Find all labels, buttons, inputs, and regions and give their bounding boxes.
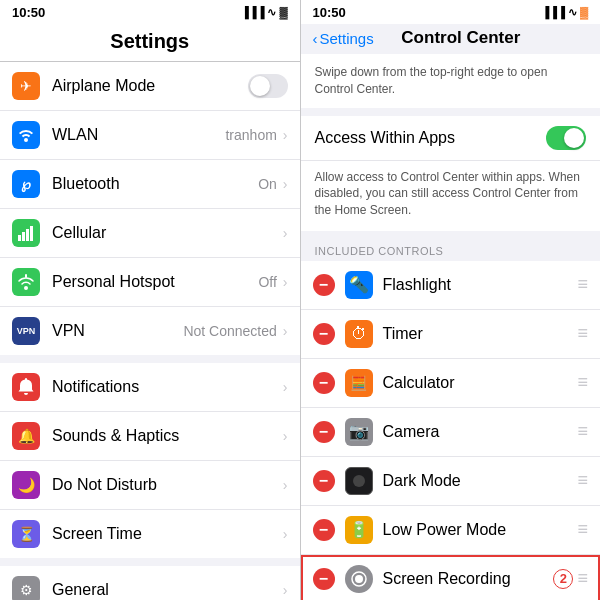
bluetooth-label: Bluetooth [52, 175, 258, 193]
bluetooth-item[interactable]: ℘ Bluetooth On › [0, 160, 300, 209]
svg-rect-1 [22, 232, 25, 241]
dnd-label: Do Not Disturb [52, 476, 281, 494]
nav-bar: ‹ Settings Control Center [301, 24, 601, 54]
screentime-item[interactable]: ⏳ Screen Time › [0, 510, 300, 558]
ctrl-flashlight[interactable]: − 🔦 Flashlight ≡ [301, 261, 601, 310]
bluetooth-chevron: › [283, 176, 288, 192]
notifications-label: Notifications [52, 378, 281, 396]
svg-rect-2 [26, 229, 29, 241]
remove-flashlight-btn[interactable]: − [313, 274, 335, 296]
wlan-value: tranhom [225, 127, 276, 143]
camera-label: Camera [383, 423, 574, 441]
screentime-icon: ⏳ [12, 520, 40, 548]
hotspot-chevron: › [283, 274, 288, 290]
included-controls-header: INCLUDED CONTROLS [301, 239, 601, 261]
right-panel-title: Control Center [374, 28, 548, 48]
screentime-chevron: › [283, 526, 288, 542]
ctrl-screenrecord[interactable]: − Screen Recording 2 ≡ [301, 555, 601, 600]
calculator-icon: 🧮 [345, 369, 373, 397]
status-icons-right: ▐▐▐ ∿ ▓ [542, 6, 588, 19]
left-panel: 10:50 ▐▐▐ ∿ ▓ Settings ✈ Airplane Mode W… [0, 0, 300, 600]
notifications-item[interactable]: Notifications › [0, 363, 300, 412]
bluetooth-icon: ℘ [12, 170, 40, 198]
hotspot-item[interactable]: Personal Hotspot Off › [0, 258, 300, 307]
dnd-item[interactable]: 🌙 Do Not Disturb › [0, 461, 300, 510]
timer-drag[interactable]: ≡ [577, 323, 588, 344]
flashlight-drag[interactable]: ≡ [577, 274, 588, 295]
wlan-icon [12, 121, 40, 149]
ctrl-darkmode[interactable]: − Dark Mode ≡ [301, 457, 601, 506]
remove-timer-btn[interactable]: − [313, 323, 335, 345]
flashlight-icon: 🔦 [345, 271, 373, 299]
ctrl-lowpower[interactable]: − 🔋 Low Power Mode ≡ [301, 506, 601, 555]
status-bar-left: 10:50 ▐▐▐ ∿ ▓ [0, 0, 300, 24]
right-panel-scroll: Swipe down from the top-right edge to op… [301, 54, 601, 600]
lowpower-drag[interactable]: ≡ [577, 519, 588, 540]
flashlight-label: Flashlight [383, 276, 574, 294]
vpn-item[interactable]: VPN VPN Not Connected › [0, 307, 300, 355]
cellular-item[interactable]: Cellular › [0, 209, 300, 258]
info-text: Swipe down from the top-right edge to op… [301, 54, 601, 108]
cellular-label: Cellular [52, 224, 281, 242]
remove-calculator-btn[interactable]: − [313, 372, 335, 394]
access-within-apps-row[interactable]: Access Within Apps [301, 116, 601, 161]
screenrecord-badge: 2 [553, 569, 573, 589]
dnd-icon: 🌙 [12, 471, 40, 499]
cellular-chevron: › [283, 225, 288, 241]
camera-drag[interactable]: ≡ [577, 421, 588, 442]
timer-label: Timer [383, 325, 574, 343]
wifi-icon: ∿ [267, 6, 276, 19]
access-toggle[interactable] [546, 126, 586, 150]
network-group: ✈ Airplane Mode WLAN tranhom › ℘ Bluetoo… [0, 62, 300, 355]
hotspot-label: Personal Hotspot [52, 273, 258, 291]
status-bar-right: 10:50 ▐▐▐ ∿ ▓ [301, 0, 601, 24]
vpn-label: VPN [52, 322, 183, 340]
airplane-mode-item[interactable]: ✈ Airplane Mode [0, 62, 300, 111]
cellular-icon [12, 219, 40, 247]
status-icons-left: ▐▐▐ ∿ ▓ [241, 6, 287, 19]
wlan-chevron: › [283, 127, 288, 143]
vpn-value: Not Connected [183, 323, 276, 339]
sounds-item[interactable]: 🔔 Sounds & Haptics › [0, 412, 300, 461]
notifications-chevron: › [283, 379, 288, 395]
access-within-apps-section: Access Within Apps Allow access to Contr… [301, 116, 601, 231]
remove-screenrecord-btn[interactable]: − [313, 568, 335, 590]
calculator-drag[interactable]: ≡ [577, 372, 588, 393]
ctrl-calculator[interactable]: − 🧮 Calculator ≡ [301, 359, 601, 408]
general-chevron: › [283, 582, 288, 598]
ctrl-camera[interactable]: − 📷 Camera ≡ [301, 408, 601, 457]
remove-lowpower-btn[interactable]: − [313, 519, 335, 541]
hotspot-value: Off [258, 274, 276, 290]
screenrecord-drag[interactable]: ≡ [577, 568, 588, 589]
svg-point-4 [24, 286, 28, 290]
camera-icon: 📷 [345, 418, 373, 446]
airplane-icon: ✈ [12, 72, 40, 100]
svg-rect-3 [30, 226, 33, 241]
remove-camera-btn[interactable]: − [313, 421, 335, 443]
back-button[interactable]: ‹ Settings [313, 30, 374, 47]
darkmode-icon [345, 467, 373, 495]
airplane-label: Airplane Mode [52, 77, 248, 95]
vpn-chevron: › [283, 323, 288, 339]
battery-icon: ▓ [279, 6, 287, 18]
screentime-label: Screen Time [52, 525, 281, 543]
ctrl-timer[interactable]: − ⏱ Timer ≡ [301, 310, 601, 359]
darkmode-drag[interactable]: ≡ [577, 470, 588, 491]
signal-icon: ▐▐▐ [241, 6, 264, 18]
signal-icon-right: ▐▐▐ [542, 6, 565, 18]
airplane-toggle[interactable] [248, 74, 288, 98]
back-chevron-icon: ‹ [313, 30, 318, 47]
sounds-icon: 🔔 [12, 422, 40, 450]
screenrecord-icon [345, 565, 373, 593]
dnd-chevron: › [283, 477, 288, 493]
battery-icon-right: ▓ [580, 6, 588, 18]
remove-darkmode-btn[interactable]: − [313, 470, 335, 492]
bluetooth-value: On [258, 176, 277, 192]
settings-scroll: ✈ Airplane Mode WLAN tranhom › ℘ Bluetoo… [0, 62, 300, 600]
lowpower-icon: 🔋 [345, 516, 373, 544]
darkmode-label: Dark Mode [383, 472, 574, 490]
wlan-item[interactable]: WLAN tranhom › [0, 111, 300, 160]
general-item[interactable]: ⚙ General › [0, 566, 300, 600]
general-icon: ⚙ [12, 576, 40, 600]
general-group: ⚙ General › Control Center 1 › ☀ Display… [0, 566, 300, 600]
